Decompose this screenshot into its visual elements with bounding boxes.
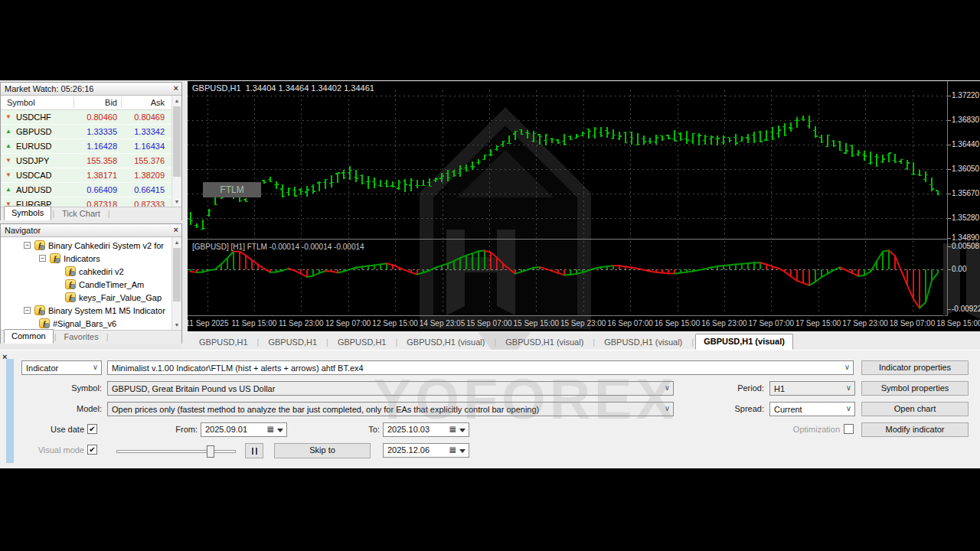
indicator-icon: ƒ (34, 305, 45, 315)
market-watch-row[interactable]: ▲AUDUSD0.664090.66415 (1, 183, 181, 197)
close-icon[interactable]: × (174, 225, 178, 234)
visual-speed-slider[interactable] (116, 445, 236, 458)
indicator-window-header: [GBPUSD] [H1] FTLM -0.00014 -0.00014 -0.… (192, 243, 364, 251)
skip-date-value: 2025.12.06 (387, 445, 430, 455)
market-watch-row[interactable]: ▼USDCAD1.381711.38209 (1, 168, 181, 183)
symbol-select[interactable]: GBPUSD, Great Britain Pound vs US Dollar… (107, 381, 674, 396)
tree-item[interactable]: ƒ#Signal_Bars_v6 (1, 317, 181, 330)
symbol-properties-button[interactable]: Symbol properties (861, 381, 969, 396)
market-watch-title: Market Watch: 05:26:16 (5, 84, 93, 93)
market-watch-scrollbar[interactable]: ▲ ▼ (172, 96, 181, 207)
time-label: 16 Sep 07:00 (607, 319, 653, 328)
chart-surface[interactable] (188, 81, 947, 331)
slider-groove (116, 450, 236, 453)
market-watch-titlebar[interactable]: Market Watch: 05:26:16 × (1, 83, 181, 96)
chart-tab[interactable]: GBPUSD,H1 (191, 335, 256, 350)
market-watch-row[interactable]: ▼USDJPY155.358155.376 (1, 154, 181, 168)
tester-mode-select[interactable]: Indicator ∨ (21, 360, 102, 375)
price-axis[interactable]: 1.372201.368301.364401.360501.356701.352… (947, 81, 980, 316)
scroll-down-icon[interactable]: ▼ (172, 320, 181, 330)
tree-item-label: #Signal_Bars_v6 (53, 319, 116, 328)
slider-thumb[interactable] (207, 445, 214, 458)
calendar-icon: ▦ (449, 425, 456, 433)
tab-symbols[interactable]: Symbols (4, 206, 51, 220)
tree-item[interactable]: −ƒBinary Cahkediri System v2 for (1, 239, 181, 252)
time-label: 15 Sep 15:00 (514, 319, 560, 328)
price-label: 1.35280 (952, 214, 979, 222)
scroll-up-icon[interactable]: ▲ (172, 237, 181, 247)
scroll-up-icon[interactable]: ▲ (172, 96, 181, 106)
tree-item[interactable]: ƒCandleTimer_Am (1, 278, 181, 291)
tree-item[interactable]: −ƒBinary System M1 M5 Indicator (1, 304, 181, 317)
tab-common[interactable]: Common (4, 329, 54, 344)
column-symbol[interactable]: Symbol (7, 98, 35, 107)
time-label: 12 Sep 07:00 (325, 319, 371, 328)
optimization-checkbox[interactable] (844, 424, 854, 434)
dropdown-caret-icon[interactable] (277, 429, 283, 432)
modify-indicator-button[interactable]: Modify indicator (861, 422, 969, 437)
chevron-down-icon: ∨ (846, 404, 851, 412)
tree-item-label: keys_Fair_Value_Gap (79, 293, 162, 302)
column-bid[interactable]: Bid (75, 98, 117, 107)
ftlm-chart-button[interactable]: FTLM (203, 182, 261, 197)
market-watch-row[interactable]: ▲GBPUSD1.333351.33342 (1, 125, 181, 139)
model-value: Open prices only (fastest method to anal… (112, 405, 539, 414)
collapse-icon[interactable]: − (24, 307, 31, 314)
navigator-scrollbar[interactable]: ▲ ▼ (172, 237, 181, 330)
use-date-checkbox[interactable]: ✔ (87, 424, 97, 434)
tab-favorites[interactable]: Favorites (57, 331, 105, 344)
chart-tab[interactable]: GBPUSD,H1 (330, 335, 394, 350)
navigator-tree: −ƒBinary Cahkediri System v2 for−ƒIndica… (1, 237, 181, 330)
chart-tab[interactable]: GBPUSD,H1 (260, 335, 325, 350)
indicator-scale-label: 0.00 (952, 265, 966, 273)
time-label: 12 Sep 15:00 (372, 319, 418, 328)
tree-item[interactable]: ƒkeys_Fair_Value_Gap (1, 291, 181, 304)
pause-button[interactable] (245, 443, 263, 458)
open-chart-button[interactable]: Open chart (861, 402, 969, 416)
chart-tab[interactable]: GBPUSD,H1 (visual) (498, 335, 591, 350)
period-select[interactable]: H1 ∨ (769, 381, 855, 396)
chevron-down-icon: ∨ (844, 363, 850, 371)
indicator-properties-button[interactable]: Indicator properties (861, 360, 969, 375)
dropdown-caret-icon[interactable] (459, 449, 466, 453)
visual-mode-checkbox[interactable]: ✔ (87, 445, 97, 455)
collapse-icon[interactable]: − (24, 242, 31, 249)
column-ask[interactable]: Ask (123, 98, 165, 107)
indicator-select[interactable]: Minimalist v.1.00 Indicator\FTLM (hist +… (107, 360, 854, 375)
collapse-icon[interactable]: − (39, 255, 46, 262)
tab-tick-chart[interactable]: Tick Chart (55, 207, 107, 220)
scroll-down-icon[interactable]: ▼ (172, 197, 181, 207)
navigator-titlebar[interactable]: Navigator × (1, 224, 181, 237)
market-watch-panel: Market Watch: 05:26:16 × Symbol Bid Ask … (0, 82, 182, 220)
market-watch-row[interactable]: ▼USDCHF0.804600.80469 (1, 110, 181, 125)
spread-select[interactable]: Current ∨ (769, 402, 855, 416)
chart-tab[interactable]: GBPUSD,H1 (visual) (695, 334, 793, 350)
navigator-title: Navigator (5, 226, 41, 235)
tester-mode-value: Indicator (26, 364, 58, 373)
price-label: 1.35670 (952, 189, 979, 197)
axis-tick (948, 246, 951, 247)
market-watch-row[interactable]: ▲EURUSD1.164281.16434 (1, 139, 181, 154)
bid-cell: 155.358 (75, 156, 117, 165)
spread-value: Current (774, 405, 802, 414)
chart-tab[interactable]: GBPUSD,H1 (visual) (596, 335, 690, 350)
tab-divider: | (492, 335, 498, 350)
tab-divider: | (690, 335, 695, 350)
skip-to-date-field[interactable]: 2025.12.06 ▦ (383, 443, 469, 458)
close-icon[interactable]: × (174, 83, 178, 93)
tree-item[interactable]: ƒcahkediri v2 (1, 265, 181, 278)
scroll-thumb[interactable] (173, 248, 181, 302)
time-axis[interactable]: 11 Sep 202511 Sep 15:0011 Sep 23:0012 Se… (188, 318, 980, 331)
skip-to-button[interactable]: Skip to (274, 443, 371, 458)
panel-grip[interactable] (6, 359, 14, 463)
from-date-field[interactable]: 2025.09.01 ▦ (201, 422, 287, 437)
dropdown-caret-icon[interactable] (459, 429, 466, 432)
chart-tab[interactable]: GBPUSD,H1 (visual) (399, 335, 492, 350)
model-select[interactable]: Open prices only (fastest method to anal… (107, 402, 674, 416)
chart-window[interactable]: GBPUSD,H1 1.34404 1.34464 1.34402 1.3446… (188, 81, 980, 331)
price-label: 1.36050 (952, 165, 979, 173)
scroll-thumb[interactable] (173, 106, 181, 177)
tree-item[interactable]: −ƒIndicators (1, 252, 181, 265)
to-date-field[interactable]: 2025.10.03 ▦ (383, 422, 469, 437)
axis-tick (948, 145, 951, 145)
